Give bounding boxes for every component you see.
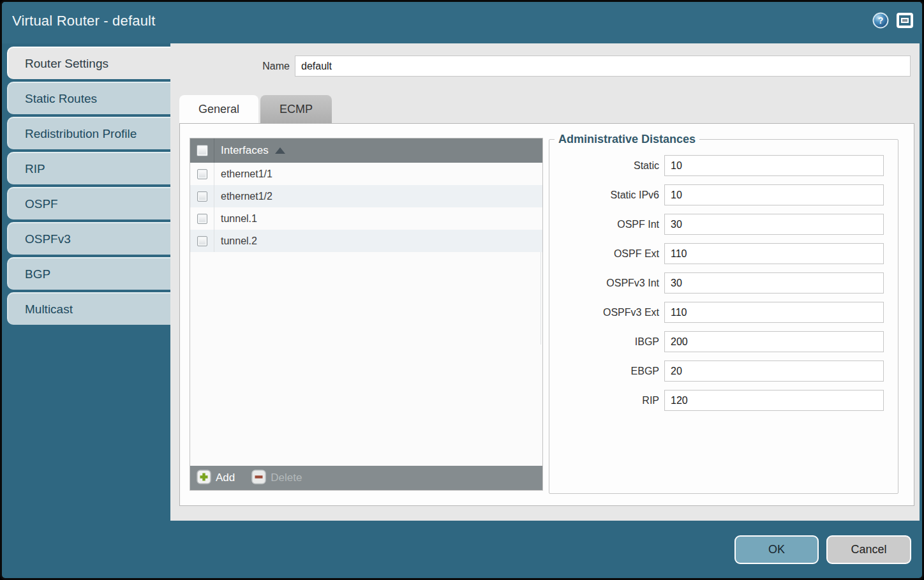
virtual-router-dialog: Virtual Router - default ? (0, 0, 924, 580)
table-row[interactable]: ethernet1/2 (190, 185, 542, 207)
sidebar-item-label: BGP (25, 267, 50, 281)
ospf-ext-label: OSPF Ext (549, 248, 664, 260)
name-input[interactable] (295, 56, 911, 77)
sidebar-item-static-routes[interactable]: Static Routes (7, 82, 170, 114)
ok-button[interactable]: OK (734, 535, 819, 564)
name-row: Name (170, 56, 911, 77)
field-row: IBGP (549, 331, 891, 352)
tab-ecmp[interactable]: ECMP (260, 95, 332, 123)
field-row: OSPFv3 Ext (549, 302, 891, 323)
interface-name: tunnel.2 (214, 235, 257, 247)
row-checkbox-cell (190, 163, 214, 185)
sidebar-item-router-settings[interactable]: Router Settings (7, 47, 170, 79)
interfaces-table: Interfaces ethernet1/1 ethernet1/2 tunne… (190, 138, 543, 491)
dialog-title-bar: Virtual Router - default ? (2, 2, 922, 43)
sidebar-item-label: Router Settings (25, 57, 108, 71)
static-ipv6-label: Static IPv6 (549, 190, 664, 201)
sidebar-nav: Router Settings Static Routes Redistribu… (7, 47, 170, 327)
sidebar-item-label: Multicast (25, 302, 73, 316)
row-checkbox[interactable] (197, 191, 207, 202)
ospfv3-ext-label: OSPFv3 Ext (549, 307, 664, 318)
row-checkbox[interactable] (197, 169, 207, 179)
sort-ascending-icon (275, 147, 285, 154)
sidebar-item-ospfv3[interactable]: OSPFv3 (7, 222, 170, 255)
field-row: EBGP (549, 361, 891, 382)
sidebar-item-label: OSPF (25, 197, 58, 211)
tab-label: ECMP (279, 103, 313, 116)
table-row[interactable]: tunnel.1 (190, 207, 542, 230)
field-row: Static IPv6 (549, 184, 891, 205)
field-row: OSPFv3 Int (549, 272, 891, 294)
row-checkbox-cell (190, 185, 214, 207)
table-row[interactable]: ethernet1/1 (190, 163, 542, 185)
row-checkbox[interactable] (197, 214, 207, 224)
add-button[interactable]: Add (197, 470, 235, 487)
interfaces-table-header: Interfaces (190, 138, 542, 163)
titlebar-icons: ? (872, 12, 913, 29)
field-row: OSPF Int (549, 214, 891, 235)
delete-button[interactable]: Delete (251, 470, 302, 487)
sidebar-item-label: Redistribution Profile (25, 127, 137, 141)
tab-general[interactable]: General (179, 95, 258, 123)
administrative-distances-legend: Administrative Distances (555, 133, 699, 146)
general-tab-panel: Interfaces ethernet1/1 ethernet1/2 tunne… (179, 123, 914, 506)
ospfv3-ext-input[interactable] (664, 302, 884, 323)
interface-name: ethernet1/2 (214, 191, 272, 202)
interfaces-column-header[interactable]: Interfaces (214, 144, 285, 157)
field-row: RIP (549, 390, 891, 411)
interfaces-column-label: Interfaces (221, 144, 269, 157)
sidebar-item-bgp[interactable]: BGP (7, 257, 170, 290)
help-question-icon[interactable]: ? (872, 12, 889, 29)
interface-name: tunnel.1 (214, 213, 257, 225)
sidebar-item-rip[interactable]: RIP (7, 152, 170, 184)
table-empty-area (190, 252, 542, 466)
name-label: Name (170, 61, 295, 72)
rip-input[interactable] (664, 390, 884, 411)
administrative-distances-group: Administrative Distances Static Static I… (549, 133, 898, 494)
ospfv3-int-label: OSPFv3 Int (549, 278, 664, 289)
static-input[interactable] (664, 155, 884, 176)
rip-label: RIP (549, 395, 664, 406)
delete-button-label: Delete (271, 472, 302, 484)
row-checkbox-cell (190, 207, 214, 230)
sidebar-item-multicast[interactable]: Multicast (7, 292, 170, 325)
sidebar-item-redistribution-profile[interactable]: Redistribution Profile (7, 117, 170, 149)
ospf-ext-input[interactable] (664, 243, 884, 264)
ibgp-label: IBGP (549, 336, 664, 348)
interfaces-table-footer: Add Delete (190, 466, 542, 490)
cancel-button-label: Cancel (851, 543, 886, 556)
static-label: Static (549, 160, 664, 172)
ibgp-input[interactable] (664, 331, 884, 352)
dialog-title: Virtual Router - default (12, 13, 156, 29)
field-row: Static (549, 155, 891, 176)
field-row: OSPF Ext (549, 243, 891, 264)
sidebar-item-label: Static Routes (25, 92, 97, 106)
select-all-cell (190, 138, 214, 163)
row-checkbox[interactable] (197, 236, 207, 246)
sidebar-item-label: OSPFv3 (25, 232, 71, 246)
restore-window-icon[interactable] (897, 12, 913, 29)
svg-text:?: ? (878, 15, 884, 26)
row-checkbox-cell (190, 230, 214, 252)
static-ipv6-input[interactable] (664, 184, 884, 205)
sidebar-item-label: RIP (25, 162, 45, 176)
sidebar-item-ospf[interactable]: OSPF (7, 187, 170, 219)
cancel-button[interactable]: Cancel (826, 535, 911, 564)
add-button-label: Add (216, 472, 235, 484)
ebgp-input[interactable] (664, 361, 884, 382)
interface-name: ethernet1/1 (214, 168, 272, 180)
select-all-checkbox[interactable] (197, 145, 208, 156)
ok-button-label: OK (768, 543, 785, 556)
tab-strip: General ECMP (179, 95, 332, 123)
add-plus-icon (197, 470, 211, 487)
delete-minus-icon (251, 470, 266, 487)
scrollbar-track[interactable] (540, 252, 541, 345)
ebgp-label: EBGP (549, 366, 664, 377)
table-row[interactable]: tunnel.2 (190, 230, 542, 252)
ospf-int-label: OSPF Int (549, 219, 664, 230)
dialog-content: Name General ECMP Interfaces (170, 43, 920, 521)
ospf-int-input[interactable] (664, 214, 884, 235)
ospfv3-int-input[interactable] (664, 272, 884, 294)
tab-label: General (198, 103, 239, 116)
